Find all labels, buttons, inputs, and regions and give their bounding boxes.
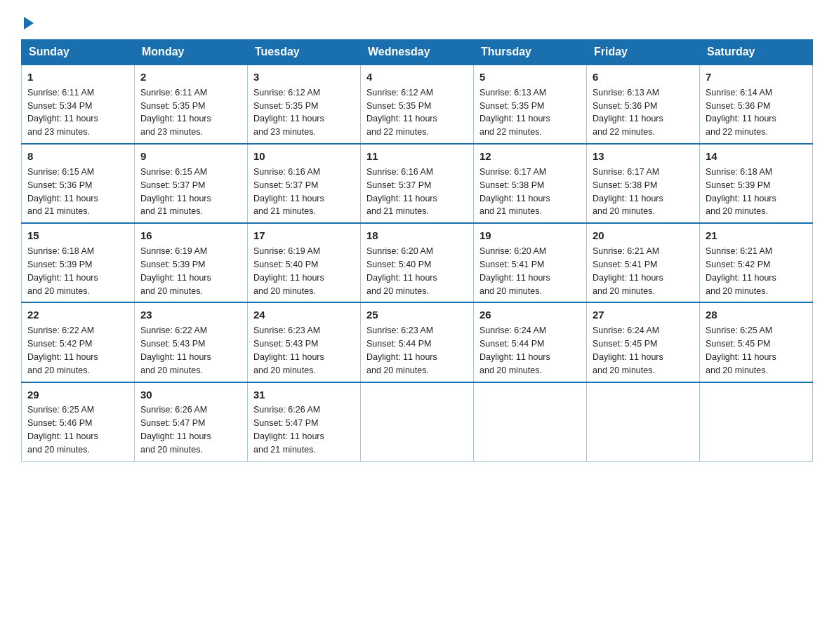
day-info: Sunrise: 6:21 AMSunset: 5:41 PMDaylight:… (593, 246, 663, 296)
calendar-cell: 28Sunrise: 6:25 AMSunset: 5:45 PMDayligh… (700, 302, 813, 382)
day-info: Sunrise: 6:16 AMSunset: 5:37 PMDaylight:… (253, 167, 324, 217)
day-number: 16 (140, 228, 241, 243)
day-number: 24 (253, 307, 355, 323)
week-row-3: 15Sunrise: 6:18 AMSunset: 5:39 PMDayligh… (22, 223, 813, 302)
day-info: Sunrise: 6:23 AMSunset: 5:44 PMDaylight:… (366, 326, 437, 375)
day-info: Sunrise: 6:13 AMSunset: 5:36 PMDaylight:… (593, 88, 663, 137)
day-number: 23 (140, 307, 241, 323)
day-number: 14 (706, 149, 807, 164)
day-info: Sunrise: 6:19 AMSunset: 5:40 PMDaylight:… (253, 246, 324, 296)
calendar-cell: 11Sunrise: 6:16 AMSunset: 5:37 PMDayligh… (361, 144, 474, 223)
weekday-header-tuesday: Tuesday (248, 40, 361, 65)
day-number: 31 (253, 387, 355, 403)
day-info: Sunrise: 6:24 AMSunset: 5:45 PMDaylight:… (593, 326, 663, 375)
calendar-cell: 1Sunrise: 6:11 AMSunset: 5:34 PMDaylight… (22, 65, 135, 144)
day-number: 28 (706, 307, 807, 323)
calendar-cell (587, 382, 700, 462)
weekday-header-sunday: Sunday (22, 40, 135, 65)
calendar-cell: 26Sunrise: 6:24 AMSunset: 5:44 PMDayligh… (474, 302, 587, 382)
calendar-cell: 18Sunrise: 6:20 AMSunset: 5:40 PMDayligh… (361, 223, 474, 302)
calendar-cell (474, 382, 587, 462)
day-number: 12 (479, 149, 581, 164)
day-info: Sunrise: 6:14 AMSunset: 5:36 PMDaylight:… (706, 88, 776, 137)
weekday-header-monday: Monday (135, 40, 248, 65)
day-info: Sunrise: 6:22 AMSunset: 5:43 PMDaylight:… (140, 326, 211, 375)
day-info: Sunrise: 6:25 AMSunset: 5:45 PMDaylight:… (706, 326, 776, 375)
day-info: Sunrise: 6:16 AMSunset: 5:37 PMDaylight:… (366, 167, 437, 217)
day-info: Sunrise: 6:11 AMSunset: 5:35 PMDaylight:… (140, 88, 211, 137)
day-number: 4 (366, 69, 468, 85)
day-number: 22 (27, 307, 128, 323)
day-info: Sunrise: 6:15 AMSunset: 5:37 PMDaylight:… (140, 167, 211, 217)
calendar-cell: 30Sunrise: 6:26 AMSunset: 5:47 PMDayligh… (135, 382, 248, 462)
calendar-cell: 6Sunrise: 6:13 AMSunset: 5:36 PMDaylight… (587, 65, 700, 144)
day-info: Sunrise: 6:19 AMSunset: 5:39 PMDaylight:… (140, 246, 211, 296)
calendar-cell: 24Sunrise: 6:23 AMSunset: 5:43 PMDayligh… (248, 302, 361, 382)
day-number: 2 (140, 69, 241, 85)
calendar-cell: 4Sunrise: 6:12 AMSunset: 5:35 PMDaylight… (361, 65, 474, 144)
day-info: Sunrise: 6:18 AMSunset: 5:39 PMDaylight:… (27, 246, 98, 296)
weekday-header-row: SundayMondayTuesdayWednesdayThursdayFrid… (22, 40, 813, 65)
day-number: 27 (593, 307, 694, 323)
logo-arrow-icon (24, 17, 34, 29)
day-info: Sunrise: 6:12 AMSunset: 5:35 PMDaylight:… (366, 88, 437, 137)
calendar-cell: 8Sunrise: 6:15 AMSunset: 5:36 PMDaylight… (22, 144, 135, 223)
day-number: 10 (253, 149, 355, 164)
day-info: Sunrise: 6:20 AMSunset: 5:41 PMDaylight:… (479, 246, 550, 296)
day-number: 19 (479, 228, 581, 243)
day-number: 3 (253, 69, 355, 85)
calendar-cell: 19Sunrise: 6:20 AMSunset: 5:41 PMDayligh… (474, 223, 587, 302)
page-header (21, 14, 813, 27)
day-number: 7 (706, 69, 807, 85)
day-info: Sunrise: 6:24 AMSunset: 5:44 PMDaylight:… (479, 326, 550, 375)
logo (21, 14, 34, 27)
day-number: 20 (593, 228, 694, 243)
day-number: 13 (593, 149, 694, 164)
calendar-cell: 2Sunrise: 6:11 AMSunset: 5:35 PMDaylight… (135, 65, 248, 144)
calendar-cell: 3Sunrise: 6:12 AMSunset: 5:35 PMDaylight… (248, 65, 361, 144)
calendar-cell: 20Sunrise: 6:21 AMSunset: 5:41 PMDayligh… (587, 223, 700, 302)
calendar-cell: 16Sunrise: 6:19 AMSunset: 5:39 PMDayligh… (135, 223, 248, 302)
day-number: 17 (253, 228, 355, 243)
day-info: Sunrise: 6:17 AMSunset: 5:38 PMDaylight:… (479, 167, 550, 217)
day-number: 5 (479, 69, 581, 85)
calendar-cell: 31Sunrise: 6:26 AMSunset: 5:47 PMDayligh… (248, 382, 361, 462)
week-row-1: 1Sunrise: 6:11 AMSunset: 5:34 PMDaylight… (22, 65, 813, 144)
calendar-cell: 23Sunrise: 6:22 AMSunset: 5:43 PMDayligh… (135, 302, 248, 382)
calendar-cell: 25Sunrise: 6:23 AMSunset: 5:44 PMDayligh… (361, 302, 474, 382)
calendar-cell: 29Sunrise: 6:25 AMSunset: 5:46 PMDayligh… (22, 382, 135, 462)
week-row-4: 22Sunrise: 6:22 AMSunset: 5:42 PMDayligh… (22, 302, 813, 382)
day-info: Sunrise: 6:21 AMSunset: 5:42 PMDaylight:… (706, 246, 776, 296)
calendar-cell: 22Sunrise: 6:22 AMSunset: 5:42 PMDayligh… (22, 302, 135, 382)
day-number: 25 (366, 307, 468, 323)
calendar-cell: 27Sunrise: 6:24 AMSunset: 5:45 PMDayligh… (587, 302, 700, 382)
calendar-cell (700, 382, 813, 462)
day-number: 18 (366, 228, 468, 243)
calendar-cell: 10Sunrise: 6:16 AMSunset: 5:37 PMDayligh… (248, 144, 361, 223)
calendar-cell: 5Sunrise: 6:13 AMSunset: 5:35 PMDaylight… (474, 65, 587, 144)
day-number: 26 (479, 307, 581, 323)
day-info: Sunrise: 6:22 AMSunset: 5:42 PMDaylight:… (27, 326, 98, 375)
day-number: 6 (593, 69, 694, 85)
weekday-header-thursday: Thursday (474, 40, 587, 65)
calendar-cell: 9Sunrise: 6:15 AMSunset: 5:37 PMDaylight… (135, 144, 248, 223)
weekday-header-saturday: Saturday (700, 40, 813, 65)
day-number: 21 (706, 228, 807, 243)
calendar-table: SundayMondayTuesdayWednesdayThursdayFrid… (21, 39, 813, 462)
day-number: 8 (27, 149, 128, 164)
day-number: 11 (366, 149, 468, 164)
calendar-cell: 14Sunrise: 6:18 AMSunset: 5:39 PMDayligh… (700, 144, 813, 223)
calendar-cell: 12Sunrise: 6:17 AMSunset: 5:38 PMDayligh… (474, 144, 587, 223)
day-number: 1 (27, 69, 128, 85)
weekday-header-wednesday: Wednesday (361, 40, 474, 65)
calendar-cell (361, 382, 474, 462)
day-number: 15 (27, 228, 128, 243)
day-info: Sunrise: 6:11 AMSunset: 5:34 PMDaylight:… (27, 88, 98, 137)
calendar-cell: 21Sunrise: 6:21 AMSunset: 5:42 PMDayligh… (700, 223, 813, 302)
day-info: Sunrise: 6:13 AMSunset: 5:35 PMDaylight:… (479, 88, 550, 137)
calendar-cell: 17Sunrise: 6:19 AMSunset: 5:40 PMDayligh… (248, 223, 361, 302)
day-info: Sunrise: 6:18 AMSunset: 5:39 PMDaylight:… (706, 167, 776, 217)
calendar-cell: 15Sunrise: 6:18 AMSunset: 5:39 PMDayligh… (22, 223, 135, 302)
day-info: Sunrise: 6:17 AMSunset: 5:38 PMDaylight:… (593, 167, 663, 217)
calendar-cell: 7Sunrise: 6:14 AMSunset: 5:36 PMDaylight… (700, 65, 813, 144)
